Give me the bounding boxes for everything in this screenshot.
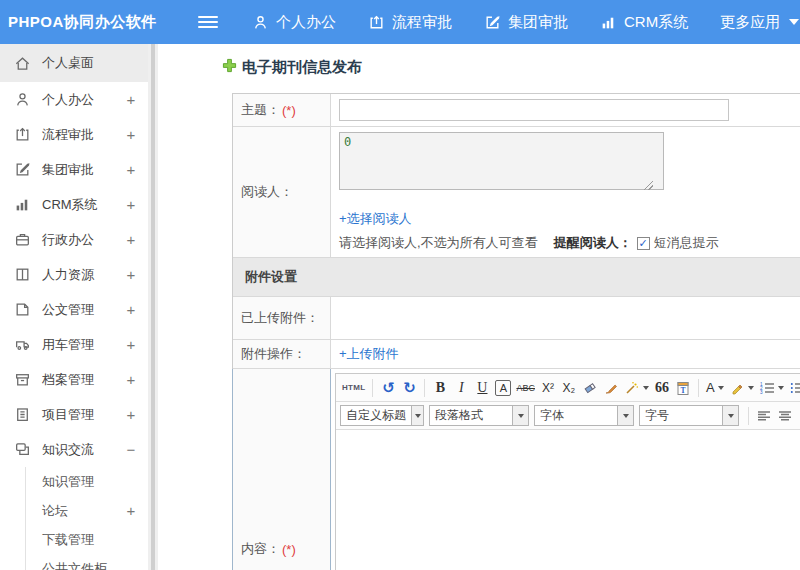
edit-icon [484,14,501,31]
upload-attachment-link[interactable]: +上传附件 [339,345,399,363]
nav-label: 个人办公 [276,13,336,32]
nav-label: 集团审批 [508,13,568,32]
toolbar-separator [372,379,373,397]
toolbar-separator [748,407,749,425]
uploaded-attachments-label: 已上传附件： [241,309,319,327]
scrollbar-thumb[interactable] [151,44,155,570]
align-left-icon[interactable] [754,405,774,426]
sidebar-subitem-download-management[interactable]: 下载管理 [26,525,148,554]
editor-content-area[interactable] [336,430,800,570]
format-brush-icon[interactable] [601,377,621,398]
chevron-down-icon [643,386,649,390]
svg-text:3: 3 [760,389,763,394]
nav-workflow-approval[interactable]: 流程审批 [368,13,452,32]
nav-crm-system[interactable]: CRM系统 [600,13,688,32]
chevron-down-icon [411,406,423,425]
nav-personal-office[interactable]: 个人办公 [252,13,336,32]
sidebar-subitem-public-file-cabinet[interactable]: 公共文件柜 [26,554,148,570]
resize-handle-icon[interactable] [644,181,653,190]
sidebar-scrollbar[interactable] [148,44,158,570]
font-size-select[interactable]: 字号 [639,405,739,426]
html-source-button[interactable]: HTML [340,377,367,398]
green-plus-icon [222,58,237,77]
subject-label: 主题： [241,101,280,119]
align-right-icon[interactable] [796,405,800,426]
sidebar-item-crm-system[interactable]: CRM系统 + [0,187,148,222]
bar-chart-icon [600,14,617,31]
sms-label: 短消息提示 [654,234,719,252]
home-icon [14,55,31,72]
sidebar-item-project-management[interactable]: 项目管理 + [0,397,148,432]
strikethrough-button[interactable]: ABC [514,377,537,398]
sidebar-item-document-management[interactable]: 公文管理 + [0,292,148,327]
subscript-button[interactable]: X₂ [559,377,579,398]
form-row-content: 内容： (*) HTML ↺ ↻ B [232,369,800,570]
page-title: 电子期刊信息发布 [222,58,800,77]
chevron-down-icon [512,406,528,425]
toolbar-separator [424,379,425,397]
nav-group-approval[interactable]: 集团审批 [484,13,568,32]
subject-input[interactable] [339,99,729,121]
sidebar: 个人桌面 个人办公 + 流程审批 + 集团审批 + CRM系统 + [0,44,148,570]
sidebar-subitem-knowledge-management[interactable]: 知识管理 [26,467,148,496]
required-mark: (*) [282,542,296,557]
unordered-list-icon[interactable] [787,377,800,398]
undo-button[interactable]: ↺ [378,377,398,398]
ordered-list-icon[interactable]: 123 [757,377,786,398]
sidebar-item-archive-management[interactable]: 档案管理 + [0,362,148,397]
app-window: PHPOA协同办公软件 个人办公 流程审批 集团审批 CRM系统 更多应用 [0,0,800,570]
chevron-down-icon [748,386,754,390]
chat-icon [14,441,31,458]
bold-button[interactable]: B [430,377,450,398]
hamburger-menu-icon[interactable] [198,16,218,28]
blockquote-button[interactable]: 66 [652,377,672,398]
paste-text-icon[interactable]: T [673,377,693,398]
form-row-subject: 主题： (*) [233,94,800,127]
select-readers-link[interactable]: +选择阅读人 [339,210,412,228]
chevron-down-icon [789,19,799,25]
autoformat-wand-icon[interactable] [622,377,651,398]
readers-label: 阅读人： [241,183,293,201]
underline-button[interactable]: U [472,377,492,398]
sidebar-item-personal-office[interactable]: 个人办公 + [0,82,148,117]
workflow-icon [368,14,385,31]
font-color-button[interactable]: A [704,377,726,398]
redo-button[interactable]: ↻ [399,377,419,398]
sidebar-item-administration[interactable]: 行政办公 + [0,222,148,257]
rich-text-editor: HTML ↺ ↻ B I U A ABC X² [335,373,800,570]
bar-chart-icon [14,196,31,213]
sidebar-subitem-forum[interactable]: 论坛 + [26,496,148,525]
align-center-icon[interactable] [775,405,795,426]
form-row-uploaded-attachments: 已上传附件： [233,297,800,340]
sidebar-item-group-approval[interactable]: 集团审批 + [0,152,148,187]
chevron-down-icon [617,406,633,425]
readers-textarea[interactable]: 0 [339,132,664,190]
sidebar-item-human-resources[interactable]: 人力资源 + [0,257,148,292]
sidebar-item-vehicle-management[interactable]: 用车管理 + [0,327,148,362]
workflow-icon [14,126,31,143]
sidebar-submenu-knowledge: 知识管理 论坛 + 下载管理 公共文件柜 [25,467,148,570]
eraser-icon[interactable] [580,377,600,398]
highlight-color-icon[interactable] [727,377,756,398]
readers-hint: 请选择阅读人,不选为所有人可查看 [339,234,538,252]
text-style-button[interactable]: A [495,380,511,396]
font-family-select[interactable]: 字体 [534,405,634,426]
sidebar-item-knowledge-exchange[interactable]: 知识交流 − [0,432,148,467]
form-row-readers: 阅读人： 0 +选择阅读人 请选择阅读人,不选为所有人可查看 提醒阅读人： 短消… [233,127,800,258]
custom-style-select[interactable]: 自定义标题 [340,405,424,426]
publish-form: 主题： (*) 阅读人： 0 +选 [232,93,800,570]
toolbar-separator [698,379,699,397]
nav-more-apps[interactable]: 更多应用 [720,13,799,32]
paragraph-format-select[interactable]: 段落格式 [429,405,529,426]
nav-label: 流程审批 [392,13,452,32]
superscript-button[interactable]: X² [538,377,558,398]
sms-checkbox[interactable] [637,237,650,250]
sidebar-item-personal-desktop[interactable]: 个人桌面 [0,44,148,82]
italic-button[interactable]: I [451,377,471,398]
uploaded-attachments-value [331,297,800,339]
top-nav: 个人办公 流程审批 集团审批 CRM系统 更多应用 [252,13,799,32]
main-content: 电子期刊信息发布 主题： (*) 阅读人： [158,44,800,570]
attachments-section-header: 附件设置 [233,258,800,297]
person-icon [252,14,269,31]
sidebar-item-workflow-approval[interactable]: 流程审批 + [0,117,148,152]
